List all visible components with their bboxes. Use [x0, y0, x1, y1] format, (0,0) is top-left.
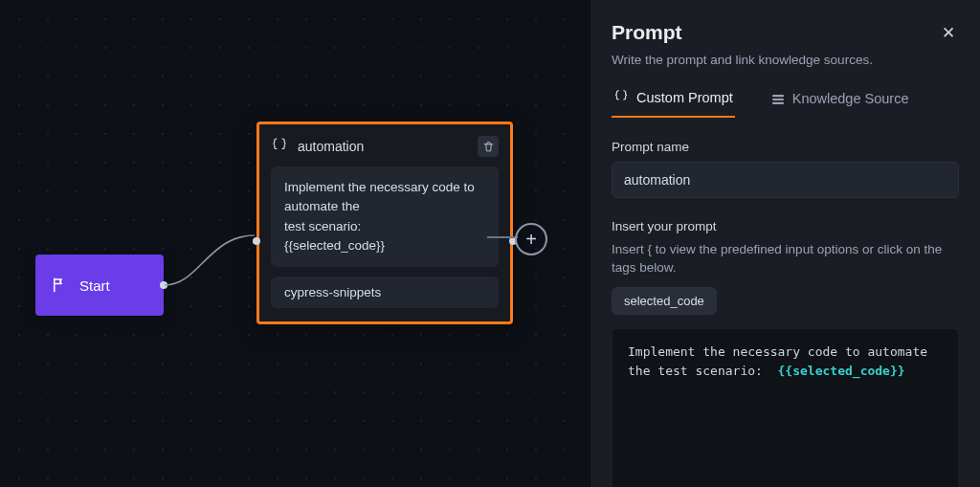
braces-icon: [271, 136, 288, 157]
close-icon: ✕: [942, 24, 955, 42]
code-variable: {{selected_code}}: [778, 364, 905, 378]
automation-input-port[interactable]: [253, 237, 260, 245]
tab-label: Knowledge Source: [792, 91, 909, 106]
plus-icon: +: [525, 230, 537, 249]
close-panel-button[interactable]: ✕: [938, 21, 959, 45]
stack-icon: [771, 93, 785, 104]
prompt-code-editor[interactable]: Implement the necessary code to automate…: [612, 328, 959, 487]
flag-icon: [49, 275, 70, 296]
automation-node-title: automation: [298, 139, 468, 154]
automation-knowledge-chip: cypress-snippets: [271, 277, 499, 308]
start-node[interactable]: Start: [35, 255, 164, 316]
prompt-panel: Prompt ✕ Write the prompt and link knowl…: [590, 0, 980, 487]
svg-rect-1: [772, 98, 784, 100]
braces-icon: [613, 88, 629, 106]
delete-node-button[interactable]: [478, 136, 499, 157]
automation-node[interactable]: automation Implement the necessary code …: [256, 122, 513, 324]
edge-start-to-automation: [161, 232, 258, 291]
tab-knowledge-source[interactable]: Knowledge Source: [769, 88, 911, 118]
edge-stub: [487, 236, 518, 238]
insert-prompt-label: Insert your prompt: [612, 219, 959, 233]
prompt-name-input[interactable]: [612, 162, 959, 198]
tag-selected-code[interactable]: selected_code: [612, 287, 717, 315]
trash-icon: [482, 141, 495, 153]
prompt-name-label: Prompt name: [612, 140, 959, 154]
panel-subtitle: Write the prompt and link knowledge sour…: [612, 53, 959, 67]
tab-label: Custom Prompt: [636, 90, 733, 105]
automation-prompt-preview: Implement the necessary code to automate…: [271, 166, 499, 267]
svg-rect-2: [772, 101, 784, 103]
start-node-label: Start: [79, 277, 110, 294]
tab-custom-prompt[interactable]: Custom Prompt: [612, 88, 735, 118]
panel-title: Prompt: [612, 21, 938, 44]
panel-tabs: Custom Prompt Knowledge Source: [612, 88, 959, 119]
add-node-button[interactable]: +: [515, 223, 547, 255]
svg-rect-0: [772, 95, 784, 97]
insert-prompt-hint: Insert { to view the predefined input op…: [612, 241, 959, 277]
